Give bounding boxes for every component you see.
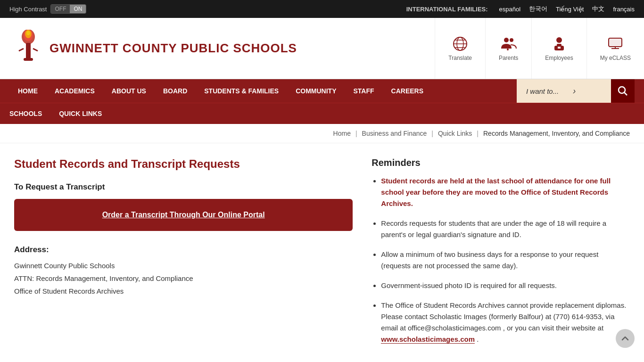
reminder-item-5: The Office of Student Records Archives c… <box>381 300 630 345</box>
reminders-list: Student records are held at the last sch… <box>372 175 630 345</box>
svg-rect-21 <box>609 39 622 47</box>
search-icon <box>618 86 628 96</box>
breadcrumb-current: Records Management, Inventory, and Compl… <box>483 130 630 137</box>
transcript-order-button[interactable]: Order a Transcript Through Our Online Po… <box>102 211 265 219</box>
reminder-item-3: Allow a minimum of two business days for… <box>381 249 630 272</box>
nav-staff[interactable]: STAFF <box>345 79 382 103</box>
nav-quick-links[interactable]: QUICK LINKS <box>50 102 110 125</box>
parents-button[interactable]: Parents <box>485 18 531 79</box>
reminders-title: Reminders <box>372 157 630 168</box>
breadcrumb-home[interactable]: Home <box>333 130 351 137</box>
reminder-item-2: Records requests for students that are u… <box>381 218 630 240</box>
nav-academics[interactable]: ACADEMICS <box>46 79 103 103</box>
breadcrumb-business-finance[interactable]: Business and Finance <box>362 130 427 137</box>
myeclass-label: My eCLASS <box>600 55 631 61</box>
school-logo-icon <box>14 30 42 67</box>
myeclass-button[interactable]: My eCLASS <box>586 18 644 79</box>
myeclass-icon <box>607 35 624 52</box>
scholastic-images-link[interactable]: www.scholasticimages.com <box>381 335 475 344</box>
sub-navigation: SCHOOLS QUICK LINKS <box>0 103 644 124</box>
header-icon-buttons: Translate Parents Employees <box>435 18 644 79</box>
address-line-2: ATTN: Records Management, Inventory, and… <box>14 272 353 285</box>
reminder-item-1: Student records are held at the last sch… <box>381 175 630 209</box>
nav-community[interactable]: COMMUNITY <box>287 79 345 103</box>
svg-point-13 <box>504 38 509 42</box>
parents-icon <box>500 35 517 52</box>
nav-careers[interactable]: CAREERS <box>383 79 432 103</box>
school-name: GWINNETT COUNTY PUBLIC SCHOOLS <box>50 41 297 56</box>
search-button[interactable] <box>611 79 635 103</box>
nav-students-families[interactable]: STUDENTS & FAMILIES <box>196 79 287 103</box>
address-line-1: Gwinnett County Public Schools <box>14 259 353 272</box>
intl-label: INTERNATIONAL FAMILIES: <box>406 6 488 13</box>
reminder-link-1[interactable]: Student records are held at the last sch… <box>381 177 611 207</box>
svg-point-16 <box>556 37 562 43</box>
lang-french[interactable]: français <box>613 6 635 13</box>
translate-icon <box>452 35 469 52</box>
svg-point-3 <box>26 31 30 35</box>
left-column: Student Records and Transcript Requests … <box>14 157 353 354</box>
content-area: Student Records and Transcript Requests … <box>0 143 644 362</box>
right-column: Reminders Student records are held at th… <box>372 157 630 354</box>
employees-label: Employees <box>545 55 573 61</box>
parents-label: Parents <box>499 55 518 61</box>
employees-icon <box>551 35 568 52</box>
lang-chinese[interactable]: 中文 <box>592 5 604 13</box>
high-contrast-label: High Contrast <box>9 6 47 13</box>
international-families-bar: INTERNATIONAL FAMILIES: español 한국어 Tiến… <box>406 5 635 13</box>
lang-espanol[interactable]: español <box>499 6 521 13</box>
svg-line-7 <box>33 49 38 51</box>
svg-rect-4 <box>26 43 31 59</box>
nav-home[interactable]: HOME <box>9 79 46 103</box>
breadcrumb: Home | Business and Finance | Quick Link… <box>0 124 644 143</box>
nav-schools[interactable]: SCHOOLS <box>9 102 50 125</box>
site-header: GWINNETT COUNTY PUBLIC SCHOOLS Translate <box>0 18 644 79</box>
lang-korean[interactable]: 한국어 <box>529 5 547 13</box>
svg-rect-5 <box>24 58 33 61</box>
toggle-off-btn[interactable]: OFF <box>51 5 70 13</box>
lang-vietnamese[interactable]: Tiếng Việt <box>556 6 584 13</box>
reminder-item-4: Government-issued photo ID is required f… <box>381 280 630 291</box>
breadcrumb-sep-1: | <box>355 130 357 137</box>
svg-line-25 <box>624 92 627 95</box>
breadcrumb-sep-3: | <box>477 130 479 137</box>
i-want-to-button[interactable]: I want to... › <box>517 79 611 103</box>
svg-point-24 <box>619 87 625 93</box>
high-contrast-toggle[interactable]: OFF ON <box>50 4 86 14</box>
transcript-section-title: To Request a Transcript <box>14 182 353 192</box>
svg-point-15 <box>507 49 509 50</box>
i-want-to-label: I want to... <box>526 87 559 95</box>
nav-about-us[interactable]: ABOUT US <box>103 79 155 103</box>
page-title: Student Records and Transcript Requests <box>14 157 353 171</box>
nav-board[interactable]: BOARD <box>155 79 196 103</box>
svg-rect-19 <box>558 47 561 49</box>
i-want-to-arrow: › <box>573 86 576 96</box>
translate-button[interactable]: Translate <box>435 18 485 79</box>
address-section-title: Address: <box>14 245 353 255</box>
logo-area: GWINNETT COUNTY PUBLIC SCHOOLS <box>0 18 435 79</box>
address-line-3: Office of Student Records Archives <box>14 285 353 297</box>
scroll-to-top-button[interactable] <box>616 329 635 348</box>
employees-button[interactable]: Employees <box>531 18 586 79</box>
translate-label: Translate <box>448 55 472 61</box>
transcript-button-container: Order a Transcript Through Our Online Po… <box>14 199 353 231</box>
svg-point-14 <box>510 38 513 42</box>
svg-line-6 <box>19 49 24 51</box>
chevron-up-icon <box>621 335 629 342</box>
breadcrumb-sep-2: | <box>431 130 433 137</box>
main-navigation: HOME ACADEMICS ABOUT US BOARD STUDENTS &… <box>0 79 644 103</box>
toggle-on-btn[interactable]: ON <box>70 5 86 13</box>
top-bar: High Contrast OFF ON INTERNATIONAL FAMIL… <box>0 0 644 18</box>
breadcrumb-quick-links[interactable]: Quick Links <box>438 130 472 137</box>
svg-rect-18 <box>557 44 561 47</box>
